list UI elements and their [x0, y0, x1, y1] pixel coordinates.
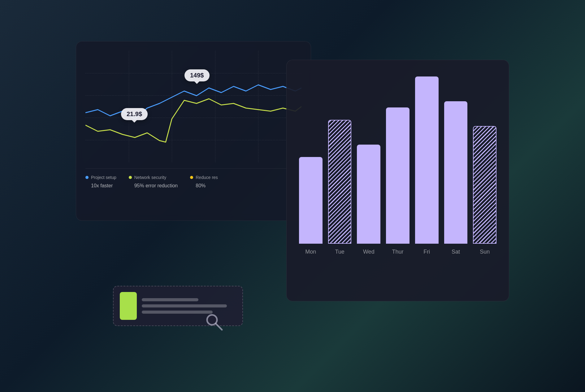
tooltip-high-value: 149$ — [190, 72, 204, 79]
legend-dot-reduce — [190, 176, 193, 179]
bar-sun — [473, 126, 496, 244]
legend-item-project: Project setup 10x faster — [85, 175, 116, 189]
line-chart-svg — [85, 51, 301, 162]
bar-label-thur: Thur — [392, 249, 404, 255]
line-chart-card: 149$ 21.9$ Project setup 10x faster — [76, 41, 311, 221]
legend-text-project: Project setup — [91, 175, 116, 180]
bar-sat — [444, 101, 468, 244]
search-line-3 — [142, 311, 213, 314]
bar-chart-area: MonTueWedThurFriSatSun — [299, 72, 496, 258]
search-green-block — [120, 292, 137, 320]
bar-group-sun: Sun — [473, 126, 496, 255]
bar-group-fri: Fri — [415, 76, 439, 255]
search-icon-wrap — [204, 312, 224, 332]
legend-text-network: Network security — [134, 175, 166, 180]
bar-label-sat: Sat — [452, 249, 460, 255]
tooltip-low: 21.9$ — [121, 108, 148, 120]
bar-wed — [357, 145, 380, 244]
legend-text-reduce: Reduce res — [196, 175, 218, 180]
chart-legend: Project setup 10x faster Network securit… — [85, 168, 301, 189]
legend-label-reduce: Reduce res — [190, 175, 218, 180]
bar-mon — [299, 157, 323, 244]
bar-group-wed: Wed — [357, 145, 380, 255]
legend-label-project: Project setup — [85, 175, 116, 180]
bar-group-tue: Tue — [328, 120, 352, 255]
search-line-1 — [142, 298, 198, 301]
scene: 149$ 21.9$ Project setup 10x faster — [76, 41, 509, 351]
legend-value-network-text: 95% — [134, 183, 144, 188]
bar-group-sat: Sat — [444, 101, 468, 255]
bar-group-mon: Mon — [299, 157, 323, 255]
search-line-2 — [142, 304, 227, 307]
legend-value-project: 10x faster — [85, 181, 116, 189]
svg-line-1 — [216, 324, 222, 330]
legend-item-reduce: Reduce res 80% — [190, 175, 218, 189]
bar-label-fri: Fri — [423, 249, 430, 255]
legend-label-network: Network security — [129, 175, 178, 180]
legend-value-reduce: 80% — [190, 181, 218, 189]
bar-chart-card: MonTueWedThurFriSatSun — [286, 60, 509, 301]
bar-tue — [328, 120, 352, 244]
legend-value-project-text: 10x faster — [91, 183, 113, 188]
search-icon — [204, 312, 224, 332]
tooltip-high: 149$ — [184, 69, 210, 81]
legend-value-network-suffix: error reduction — [144, 183, 178, 188]
search-lines — [142, 298, 236, 314]
search-card — [113, 286, 243, 326]
line-chart-area: 149$ 21.9$ — [85, 51, 301, 162]
tooltip-low-value: 21.9$ — [127, 111, 142, 117]
legend-dot-project — [85, 176, 89, 179]
bar-label-mon: Mon — [305, 249, 316, 255]
legend-value-network: 95% error reduction — [129, 181, 178, 189]
bar-label-sun: Sun — [480, 249, 490, 255]
bar-thur — [386, 107, 410, 244]
bar-group-thur: Thur — [386, 107, 410, 255]
bar-label-tue: Tue — [335, 249, 344, 255]
bar-label-wed: Wed — [363, 249, 375, 255]
legend-dot-network — [129, 176, 132, 179]
legend-item-network: Network security 95% error reduction — [129, 175, 178, 189]
legend-value-reduce-text: 80% — [196, 183, 206, 188]
bar-fri — [415, 76, 439, 244]
